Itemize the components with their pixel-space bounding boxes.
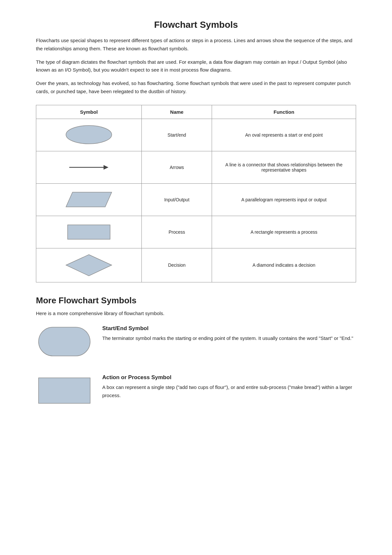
svg-marker-3 <box>66 192 112 207</box>
table-row-process: Process A rectangle represents a process <box>36 216 356 248</box>
svg-rect-6 <box>39 327 90 356</box>
more-desc-process: A box can represent a single step ("add … <box>102 383 356 400</box>
svg-marker-5 <box>66 255 112 276</box>
shape-parallelogram <box>41 188 136 211</box>
col-header-func: Function <box>212 105 356 119</box>
svg-rect-7 <box>39 378 90 403</box>
col-header-name: Name <box>142 105 212 119</box>
row-name-arrows: Arrows <box>142 151 212 183</box>
page-title: Flowchart Symbols <box>36 20 356 30</box>
more-desc-startend: The terminator symbol marks the starting… <box>102 334 356 343</box>
intro-section: Flowcharts use special shapes to represe… <box>36 37 356 96</box>
more-heading-startend: Start/End Symbol <box>102 325 356 332</box>
table-row-decision: Decision A diamond indicates a decision <box>36 248 356 282</box>
row-func-arrows: A line is a connector that shows relatio… <box>212 151 356 183</box>
intro-para-3: Over the years, as technology has evolve… <box>36 79 356 96</box>
row-name-process: Process <box>142 216 212 248</box>
col-header-symbol: Symbol <box>36 105 142 119</box>
more-symbol-startend: Start/End Symbol The terminator symbol m… <box>36 324 356 360</box>
shape-rectangle <box>41 221 136 244</box>
row-func-inputoutput: A parallelogram represents input or outp… <box>212 183 356 216</box>
intro-para-1: Flowcharts use special shapes to represe… <box>36 37 356 53</box>
more-section: More Flowchart Symbols Here is a more co… <box>36 295 356 409</box>
more-shape-rectangle <box>36 373 93 409</box>
row-func-process: A rectangle represents a process <box>212 216 356 248</box>
row-func-decision: A diamond indicates a decision <box>212 248 356 282</box>
table-row-startend: Start/end An oval represents a start or … <box>36 119 356 151</box>
intro-para-2: The type of diagram dictates the flowcha… <box>36 58 356 75</box>
shape-oval <box>41 124 136 146</box>
shape-arrow <box>41 156 136 179</box>
more-section-heading: More Flowchart Symbols <box>36 295 356 306</box>
row-func-startend: An oval represents a start or end point <box>212 119 356 151</box>
more-text-startend: Start/End Symbol The terminator symbol m… <box>102 324 356 348</box>
row-name-startend: Start/end <box>142 119 212 151</box>
svg-rect-4 <box>68 225 110 239</box>
shape-diamond <box>41 253 136 278</box>
svg-marker-2 <box>104 165 108 170</box>
more-heading-process: Action or Process Symbol <box>102 374 356 381</box>
more-section-intro: Here is a more comprehensive library of … <box>36 310 356 318</box>
row-name-inputoutput: Input/Output <box>142 183 212 216</box>
row-name-decision: Decision <box>142 248 212 282</box>
more-symbol-process: Action or Process Symbol A box can repre… <box>36 373 356 409</box>
more-shape-oval <box>36 324 93 360</box>
more-text-process: Action or Process Symbol A box can repre… <box>102 373 356 405</box>
flowchart-symbols-table: Symbol Name Function Start/end An oval r… <box>36 105 356 282</box>
table-row-inputoutput: Input/Output A parallelogram represents … <box>36 183 356 216</box>
table-row-arrows: Arrows A line is a connector that shows … <box>36 151 356 183</box>
svg-point-0 <box>66 126 112 144</box>
